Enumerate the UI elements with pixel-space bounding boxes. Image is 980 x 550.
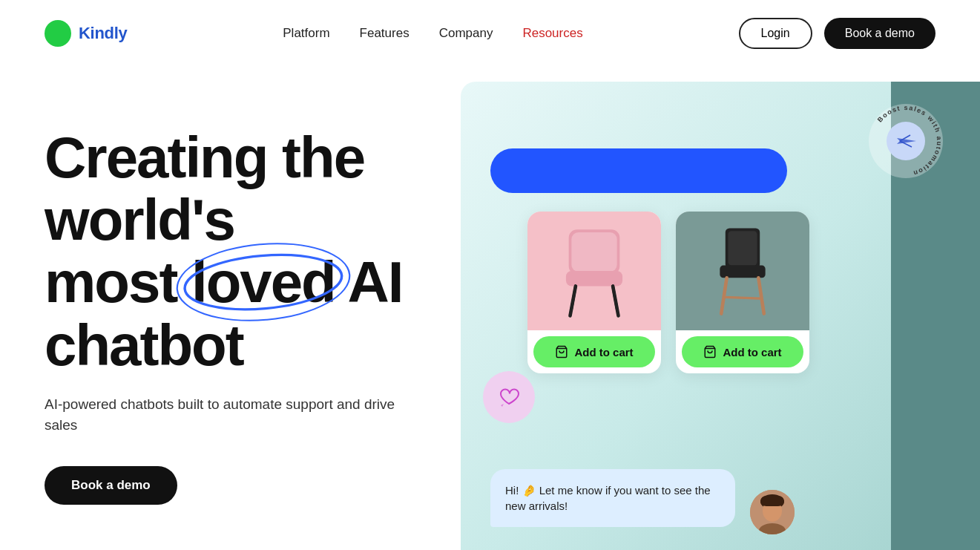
logo-area: Kindly — [45, 20, 127, 47]
loved-word: loved — [191, 249, 335, 315]
product-image-black — [676, 212, 809, 330]
illustration-bg: Boost sales with automation — [461, 82, 980, 550]
svg-line-18 — [721, 278, 726, 313]
svg-rect-25 — [760, 496, 784, 506]
title-line1: Creating the world's — [45, 125, 364, 252]
nav-links: Platform Features Company Resources — [283, 26, 582, 41]
chat-message-text: Hi! 🤌 Let me know if you want to see the… — [505, 482, 720, 514]
product-card-black: Add to cart — [676, 212, 809, 373]
heart-bubble — [483, 371, 535, 423]
product-card-pink: Add to cart — [527, 212, 661, 373]
chat-bubble-bottom: Hi! 🤌 Let me know if you want to see the… — [490, 469, 735, 527]
loved-wrapper: loved — [191, 251, 335, 313]
avatar — [750, 490, 795, 534]
cart-icon — [555, 345, 568, 359]
cart-icon-2 — [703, 345, 717, 359]
heart-icon — [496, 384, 522, 410]
nav-platform[interactable]: Platform — [283, 26, 329, 41]
svg-rect-17 — [720, 266, 765, 278]
boost-circle: Boost sales with automation — [861, 96, 950, 186]
product-cards: Add to cart — [527, 212, 809, 373]
title-line2: most loved AI — [45, 249, 403, 315]
product-image-pink — [527, 212, 661, 330]
add-to-cart-pink[interactable]: Add to cart — [533, 336, 655, 367]
navbar: Kindly Platform Features Company Resourc… — [0, 0, 980, 67]
title-line3: chatbot — [45, 312, 243, 378]
nav-features[interactable]: Features — [360, 26, 410, 41]
hero-section: Creating the world's most loved AI chatb… — [0, 67, 980, 550]
avatar-svg — [750, 490, 795, 534]
svg-line-19 — [758, 278, 763, 313]
hero-illustration: Boost sales with automation — [564, 82, 935, 550]
svg-rect-8 — [571, 232, 616, 272]
black-chair-svg — [709, 223, 776, 319]
nav-actions: Login Book a demo — [739, 18, 935, 49]
nav-resources[interactable]: Resources — [522, 26, 582, 41]
svg-line-20 — [726, 297, 760, 298]
hero-subtitle: AI-powered chatbots built to automate su… — [45, 394, 415, 436]
logo-text: Kindly — [79, 24, 127, 43]
login-button[interactable]: Login — [739, 18, 812, 49]
pink-chair-svg — [553, 223, 635, 319]
add-to-cart-black[interactable]: Add to cart — [682, 336, 803, 367]
svg-rect-16 — [729, 231, 757, 265]
book-demo-nav-button[interactable]: Book a demo — [824, 18, 935, 49]
chat-message-bar — [490, 148, 787, 193]
nav-company[interactable]: Company — [439, 26, 493, 41]
logo-dot — [45, 20, 71, 47]
book-demo-hero-button[interactable]: Book a demo — [45, 466, 177, 505]
svg-rect-9 — [566, 271, 622, 286]
